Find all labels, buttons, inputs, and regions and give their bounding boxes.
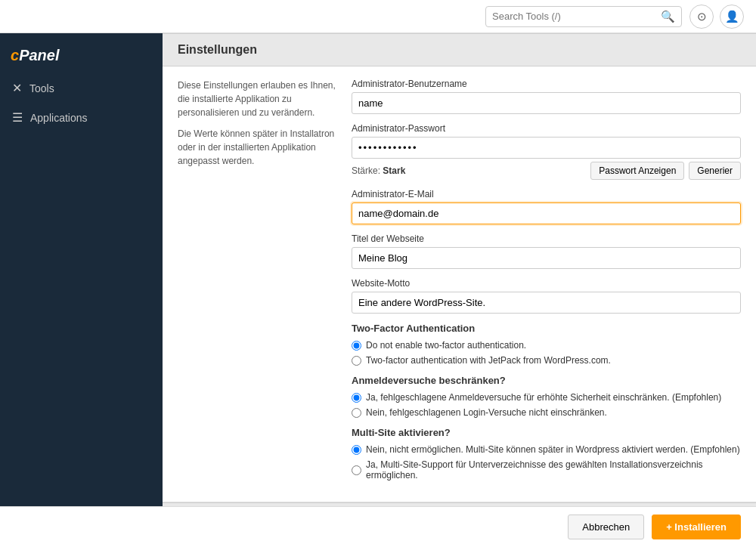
strength-text: Stärke: Stark bbox=[352, 165, 586, 176]
header: 🔍 ⊙ 👤 bbox=[0, 0, 756, 33]
admin-username-group: Administrator-Benutzername bbox=[352, 79, 741, 114]
website-title-label: Titel der Webseite bbox=[352, 233, 741, 244]
two-factor-label-no: Do not enable two-factor authentication. bbox=[366, 340, 526, 351]
multisite-group: Multi-Site aktivieren? Nein, nicht ermög… bbox=[352, 427, 741, 481]
two-factor-label-jetpack: Two-factor authentication with JetPack f… bbox=[366, 355, 611, 366]
content: Einstellungen Diese Einstellungen erlaub… bbox=[163, 33, 756, 506]
einstellungen-fields: Administrator-Benutzername Administrator… bbox=[352, 79, 741, 490]
login-limit-radio-yes[interactable] bbox=[352, 393, 361, 403]
account-icon-btn[interactable]: 👤 bbox=[720, 5, 744, 29]
multisite-label-yes: Ja, Multi-Site-Support für Unterverzeich… bbox=[366, 459, 741, 481]
main-layout: cPanel ✕ Tools ☰ Applications Einstellun… bbox=[0, 33, 756, 506]
admin-password-group: Administrator-Passwort Stärke: Stark Pas… bbox=[352, 123, 741, 180]
generate-btn[interactable]: Generier bbox=[689, 162, 741, 180]
admin-email-label: Administrator-E-Mail bbox=[352, 189, 741, 199]
sidebar: cPanel ✕ Tools ☰ Applications bbox=[0, 33, 163, 506]
two-factor-option-1: Do not enable two-factor authentication. bbox=[352, 340, 741, 351]
search-button[interactable]: 🔍 bbox=[661, 10, 675, 23]
two-factor-group: Two-Factor Authentication Do not enable … bbox=[352, 323, 741, 366]
sidebar-item-applications-label: Applications bbox=[30, 112, 88, 124]
website-motto-group: Website-Motto bbox=[352, 278, 741, 314]
admin-password-input[interactable] bbox=[352, 137, 741, 159]
login-limit-group: Anmeldeversuche beschränken? Ja, fehlges… bbox=[352, 375, 741, 418]
install-button[interactable]: + Installieren bbox=[652, 515, 741, 539]
password-actions: Stärke: Stark Passwort Anzeigen Generier bbox=[352, 162, 741, 180]
user-icon-btn[interactable]: ⊙ bbox=[689, 5, 714, 29]
admin-password-label: Administrator-Passwort bbox=[352, 123, 741, 134]
cpanel-logo: cPanel bbox=[0, 41, 163, 73]
multisite-radio-no[interactable] bbox=[352, 445, 361, 455]
website-motto-input[interactable] bbox=[352, 292, 741, 314]
tools-icon: ✕ bbox=[12, 81, 22, 95]
multisite-option-1: Nein, nicht ermöglichen. Multi-Site könn… bbox=[352, 444, 741, 455]
admin-email-input[interactable] bbox=[352, 202, 741, 224]
einstellungen-desc: Diese Einstellungen erlauben es Ihnen, d… bbox=[178, 79, 352, 490]
einstellungen-desc2: Die Werte können später in Installatron … bbox=[178, 127, 336, 168]
admin-username-input[interactable] bbox=[352, 92, 741, 114]
login-limit-option-1: Ja, fehlgeschlagene Anmeldeversuche für … bbox=[352, 392, 741, 403]
applications-icon: ☰ bbox=[12, 110, 23, 125]
einstellungen-header: Einstellungen bbox=[163, 33, 756, 66]
einstellungen-body: Diese Einstellungen erlauben es Ihnen, d… bbox=[163, 66, 756, 502]
two-factor-label: Two-Factor Authentication bbox=[352, 323, 741, 334]
login-limit-label: Anmeldeversuche beschränken? bbox=[352, 375, 741, 386]
header-icons: ⊙ 👤 bbox=[689, 5, 744, 29]
multisite-option-2: Ja, Multi-Site-Support für Unterverzeich… bbox=[352, 459, 741, 481]
multisite-label: Multi-Site aktivieren? bbox=[352, 427, 741, 438]
search-input[interactable] bbox=[492, 11, 661, 22]
footer: Abbrechen + Installieren bbox=[0, 506, 756, 547]
multisite-label-no: Nein, nicht ermöglichen. Multi-Site könn… bbox=[366, 444, 740, 455]
cancel-button[interactable]: Abbrechen bbox=[568, 515, 644, 539]
search-bar[interactable]: 🔍 bbox=[485, 6, 682, 27]
login-limit-label-no: Nein, fehlgeschlagenen Login-Versuche ni… bbox=[366, 407, 607, 418]
two-factor-option-2: Two-factor authentication with JetPack f… bbox=[352, 355, 741, 366]
einstellungen-desc1: Diese Einstellungen erlauben es Ihnen, d… bbox=[178, 79, 336, 119]
show-password-btn[interactable]: Passwort Anzeigen bbox=[590, 162, 684, 180]
login-limit-option-2: Nein, fehlgeschlagenen Login-Versuche ni… bbox=[352, 407, 741, 418]
sidebar-item-tools[interactable]: ✕ Tools bbox=[0, 73, 163, 103]
logo-text: cPanel bbox=[11, 47, 59, 63]
multisite-radio-yes[interactable] bbox=[352, 465, 361, 475]
einstellungen-title: Einstellungen bbox=[178, 43, 741, 57]
website-title-group: Titel der Webseite bbox=[352, 233, 741, 269]
login-limit-label-yes: Ja, fehlgeschlagene Anmeldeversuche für … bbox=[366, 392, 721, 403]
website-motto-label: Website-Motto bbox=[352, 278, 741, 289]
strength-value: Stark bbox=[383, 165, 405, 176]
admin-email-group: Administrator-E-Mail bbox=[352, 189, 741, 224]
login-limit-radio-no[interactable] bbox=[352, 408, 361, 418]
website-title-input[interactable] bbox=[352, 247, 741, 269]
two-factor-radio-no[interactable] bbox=[352, 341, 361, 351]
admin-username-label: Administrator-Benutzername bbox=[352, 79, 741, 89]
two-factor-radio-jetpack[interactable] bbox=[352, 356, 361, 366]
sidebar-item-applications[interactable]: ☰ Applications bbox=[0, 103, 163, 132]
sidebar-item-tools-label: Tools bbox=[29, 82, 54, 94]
